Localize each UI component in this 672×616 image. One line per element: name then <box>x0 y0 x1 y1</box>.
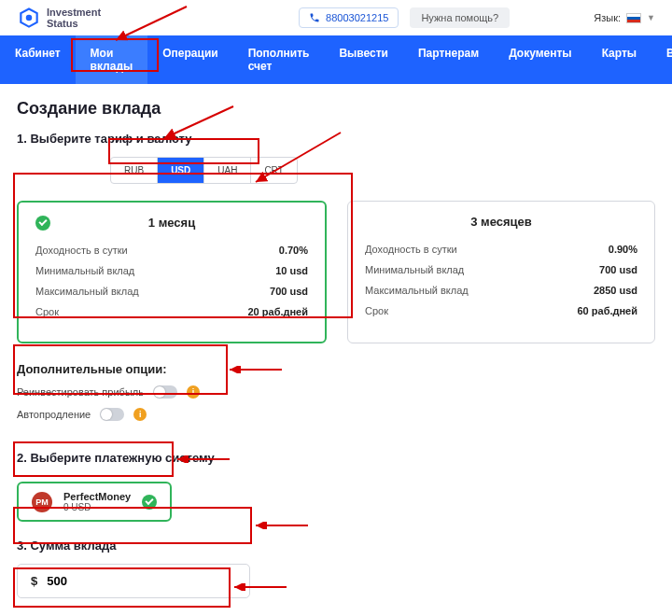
nav-topup[interactable]: Пополнить счет <box>233 35 325 84</box>
pay-name: PerfectMoney <box>63 491 131 502</box>
plan1-term-value: 20 раб.дней <box>248 306 309 317</box>
plan2-yield-label: Доходность в сутки <box>365 244 457 255</box>
plan1-min-value: 10 usd <box>275 265 308 276</box>
nav-documents[interactable]: Документы <box>494 35 586 84</box>
info-icon[interactable]: i <box>133 408 147 421</box>
plan1-yield-label: Доходность в сутки <box>35 245 128 256</box>
check-icon <box>35 216 50 231</box>
nav-operations[interactable]: Операции <box>147 35 232 84</box>
svg-point-0 <box>26 15 33 21</box>
nav-deposits[interactable]: Мои вклады <box>76 35 148 84</box>
plan2-title: 3 месяцев <box>470 215 532 229</box>
currency-tabs: RUB USD UAH CRT <box>110 157 298 184</box>
nav-withdraw[interactable]: Вывести <box>324 35 403 84</box>
plan-card-1month[interactable]: 1 месяц Доходность в сутки0.70% Минималь… <box>17 201 327 343</box>
help-button[interactable]: Нужна помощь? <box>410 7 510 28</box>
plan2-yield-value: 0.90% <box>609 244 637 255</box>
info-icon[interactable]: i <box>187 385 200 399</box>
plan1-max-label: Максимальный вклад <box>35 286 139 297</box>
main-nav: Кабинет Мои вклады Операции Пополнить сч… <box>0 35 672 84</box>
plan2-min-label: Минимальный вклад <box>365 264 464 275</box>
pay-balance: 0 USD <box>63 502 131 512</box>
opt-autorenew-label: Автопродление <box>17 409 91 420</box>
step-1-title: 1. Выберите тариф и валюту <box>17 132 655 146</box>
currency-crt[interactable]: CRT <box>251 158 296 183</box>
brand-line1: Investment <box>47 7 101 18</box>
logo-icon <box>17 6 41 30</box>
nav-partners[interactable]: Партнерам <box>403 35 494 84</box>
brand-logo: InvestmentStatus <box>17 6 101 30</box>
phone-number: 88003021215 <box>326 12 388 23</box>
check-icon <box>142 495 157 510</box>
flag-ru-icon <box>626 13 641 23</box>
nav-cabinet[interactable]: Кабинет <box>0 35 76 84</box>
plan1-term-label: Срок <box>35 306 59 317</box>
currency-uah[interactable]: UAH <box>204 158 251 183</box>
phone-icon <box>309 12 320 23</box>
perfectmoney-icon: PM <box>32 492 52 512</box>
plan2-max-value: 2850 usd <box>594 285 637 296</box>
opt-autorenew-toggle[interactable] <box>100 408 124 421</box>
plan2-term-label: Срок <box>365 305 388 316</box>
plan2-max-label: Максимальный вклад <box>365 285 469 296</box>
plan-card-3months[interactable]: 3 месяцев Доходность в сутки0.90% Минима… <box>347 201 655 343</box>
brand-line2: Status <box>47 18 101 29</box>
lang-label: Язык: <box>594 12 621 23</box>
plan2-term-value: 60 раб.дней <box>578 305 638 316</box>
currency-usd[interactable]: USD <box>158 158 204 183</box>
currency-symbol: $ <box>31 574 37 588</box>
page-title: Создание вклада <box>17 99 655 119</box>
amount-input-wrap: $ <box>17 564 250 598</box>
phone-button[interactable]: 88003021215 <box>299 7 399 28</box>
step-2-title: 2. Выберите платежную систему <box>17 451 655 465</box>
amount-input[interactable] <box>47 574 236 588</box>
nav-logout[interactable]: Выход <box>651 35 672 84</box>
opt-reinvest-label: Реинвестировать прибыль <box>17 386 144 398</box>
step-3-title: 3. Сумма вклада <box>17 539 655 553</box>
opt-reinvest-toggle[interactable] <box>153 385 177 399</box>
nav-cards[interactable]: Карты <box>587 35 651 84</box>
plan1-yield-value: 0.70% <box>279 245 308 256</box>
plan1-min-label: Минимальный вклад <box>35 265 134 276</box>
payment-system-perfectmoney[interactable]: PM PerfectMoney 0 USD <box>17 482 172 522</box>
plan1-title: 1 месяц <box>148 216 195 230</box>
plan1-max-value: 700 usd <box>270 286 308 297</box>
currency-rub[interactable]: RUB <box>111 158 158 183</box>
chevron-down-icon: ▼ <box>647 13 655 22</box>
language-selector[interactable]: Язык: ▼ <box>594 12 655 23</box>
plan2-min-value: 700 usd <box>599 264 637 275</box>
options-title: Дополнительные опции: <box>17 362 655 376</box>
